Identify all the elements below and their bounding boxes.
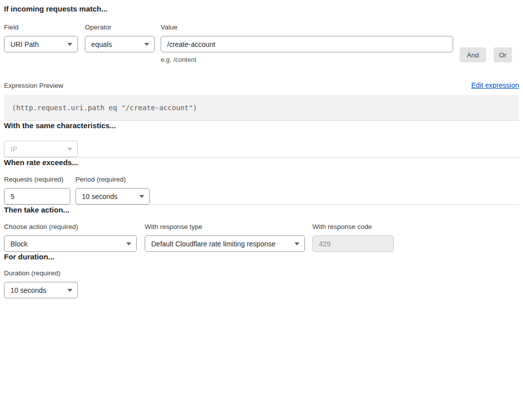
chevron-down-icon [67, 148, 72, 151]
characteristics-section-heading: With the same characteristics... [4, 121, 519, 130]
response-type-dropdown-value: Default Cloudflare rate limiting respons… [151, 240, 275, 248]
expression-preview-label: Expression Preview [4, 82, 63, 89]
requests-input[interactable] [4, 188, 70, 205]
duration-section-heading: For duration... [4, 252, 519, 261]
response-code-label: With response code [312, 223, 394, 231]
rate-limiting-rule-form: If incoming requests match... Field URI … [0, 0, 523, 302]
characteristic-dropdown: IP [4, 141, 78, 157]
duration-label: Duration (required) [4, 269, 78, 277]
expression-text: (http.request.uri.path eq "/create-accou… [12, 104, 197, 112]
or-button[interactable]: Or [494, 47, 512, 62]
action-section-heading: Then take action... [4, 205, 519, 214]
chevron-down-icon [294, 242, 299, 245]
edit-expression-link[interactable]: Edit expression [471, 81, 519, 89]
response-type-dropdown[interactable]: Default Cloudflare rate limiting respons… [145, 235, 305, 252]
period-label: Period (required) [75, 176, 150, 184]
chevron-down-icon [144, 43, 149, 46]
response-code-input [312, 235, 394, 252]
value-input[interactable] [161, 36, 453, 52]
chevron-down-icon [67, 43, 72, 46]
value-hint: e.g. /content [161, 56, 453, 63]
duration-dropdown-value: 10 seconds [10, 286, 46, 294]
characteristic-dropdown-value: IP [10, 145, 17, 153]
requests-label: Requests (required) [4, 176, 70, 184]
expression-preview-header: Expression Preview Edit expression [4, 81, 519, 89]
operator-dropdown-value: equals [91, 40, 112, 48]
duration-dropdown[interactable]: 10 seconds [4, 282, 78, 298]
period-dropdown[interactable]: 10 seconds [75, 188, 150, 205]
chevron-down-icon [67, 289, 72, 292]
match-section-heading: If incoming requests match... [4, 4, 519, 13]
action-row: Choose action (required) Block With resp… [4, 223, 519, 252]
field-dropdown[interactable]: URI Path [4, 36, 78, 52]
chevron-down-icon [126, 242, 131, 245]
operator-label: Operator [85, 23, 155, 31]
operator-dropdown[interactable]: equals [85, 36, 155, 52]
field-dropdown-value: URI Path [10, 40, 39, 48]
value-label: Value [161, 23, 453, 31]
and-button[interactable]: And [460, 47, 486, 62]
rate-section-heading: When rate exceeds... [4, 158, 519, 167]
response-type-label: With response type [145, 223, 305, 231]
match-condition-row: Field URI Path Operator equals Value e.g… [4, 23, 519, 63]
action-dropdown[interactable]: Block [4, 235, 137, 252]
field-label: Field [4, 23, 78, 31]
expression-preview-box: (http.request.uri.path eq "/create-accou… [4, 95, 519, 120]
action-dropdown-value: Block [10, 240, 27, 248]
chevron-down-icon [139, 195, 144, 198]
logic-buttons: And Or [460, 23, 512, 63]
rate-row: Requests (required) Period (required) 10… [4, 176, 519, 205]
period-dropdown-value: 10 seconds [82, 193, 118, 201]
choose-action-label: Choose action (required) [4, 223, 137, 231]
